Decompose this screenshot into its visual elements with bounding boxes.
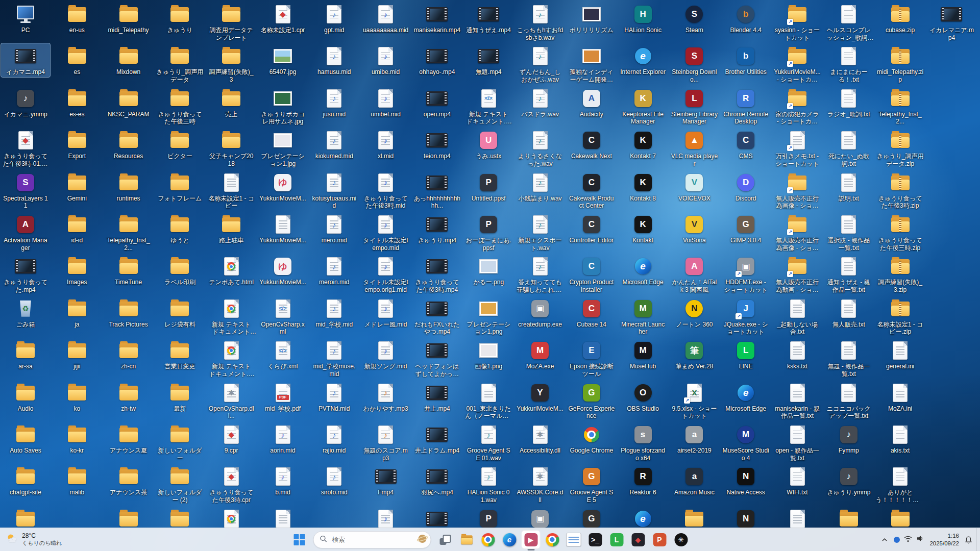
desktop-icon[interactable]: J↗JQuake.exe - ショートカット: [721, 296, 770, 337]
desktop-icon[interactable]: KKontakt 7: [619, 128, 668, 161]
desktop-icon[interactable]: 井上ドラム.mp4: [412, 422, 461, 456]
desktop-icon[interactable]: GGroove Agent SE 5: [567, 464, 616, 505]
desktop-icon[interactable]: ♪新規エクスポート.wav: [516, 212, 565, 253]
desktop-icon[interactable]: ♪mero.mid: [310, 212, 359, 245]
desktop-icon[interactable]: 父子キャンプ2018: [207, 128, 256, 168]
desktop-icon[interactable]: レジ袋有料: [155, 296, 204, 330]
desktop-icon[interactable]: Images: [53, 254, 102, 287]
desktop-icon[interactable]: ♪Groove Agent SE 01.wav: [464, 422, 513, 463]
desktop-icon[interactable]: ♪meroin.mid: [310, 254, 359, 287]
desktop-icon[interactable]: midi_Telepathy.zip: [876, 43, 925, 84]
desktop-icon[interactable]: ◆きゅうり食ってた午後3時-01.cpr: [1, 128, 50, 168]
desktop-icon[interactable]: ↗無人販売不正行為画像 - ショートカット: [773, 212, 822, 253]
desktop-icon[interactable]: CCakewalk Product Center: [567, 170, 616, 211]
system-tray[interactable]: [891, 531, 926, 549]
desktop-icon[interactable]: ヘルスコンプレッション_歌詞.txt: [824, 2, 873, 42]
desktop-icon[interactable]: teion.mp4: [412, 128, 461, 161]
taskbar-app-microsoft-edge[interactable]: e: [500, 530, 519, 549]
desktop-icon[interactable]: Audio: [1, 380, 50, 414]
taskbar-app-task-view[interactable]: [436, 530, 455, 549]
desktop-icon[interactable]: zh-tw: [104, 380, 153, 414]
desktop-icon[interactable]: KKontakt 8: [619, 170, 668, 204]
desktop-icon[interactable]: ♪Fymmp: [824, 422, 873, 456]
desktop-icon[interactable]: RChrome Remote Desktop: [721, 86, 770, 127]
desktop-icon[interactable]: ♪タイトル未設定tempo.mid: [361, 212, 410, 253]
desktop-icon[interactable]: ♪きゅうり.ymmp: [824, 464, 873, 497]
search-highlight-planet-icon[interactable]: [417, 533, 428, 546]
desktop-icon[interactable]: eInternet Explorer: [619, 43, 668, 77]
desktop-icon[interactable]: 通知うぜえ - 親作品一覧.txt: [824, 254, 873, 294]
desktop-icon[interactable]: sPlogue sforzando x64: [619, 422, 668, 463]
desktop-icon[interactable]: ♪umibe.mid: [361, 43, 410, 77]
desktop-icon[interactable]: YukkuriMovieM...: [258, 212, 307, 245]
desktop-icon[interactable]: ♪umibet.mid: [361, 86, 410, 119]
desktop-icon[interactable]: 孤独なインディーゲーム開発者の一生...: [567, 43, 616, 84]
desktop-icon[interactable]: Uうみ.ustx: [464, 128, 513, 161]
desktop-icon[interactable]: ♪jusu.mid: [310, 86, 359, 119]
desktop-icon[interactable]: </>OpenCvSharp.xml: [258, 296, 307, 337]
desktop-icon[interactable]: ♪バスドラ.wav: [516, 86, 565, 119]
taskbar-app-chrome-profile-2[interactable]: [543, 530, 562, 549]
desktop-icon[interactable]: イカマニ.mp4: [1, 43, 50, 77]
desktop-icon[interactable]: es: [53, 43, 102, 77]
desktop-icon[interactable]: general.ini: [876, 338, 925, 371]
desktop-icon[interactable]: CCrypton Product Installer: [567, 254, 616, 294]
desktop-icon[interactable]: あっhhhhhhhhhhhh...: [412, 170, 461, 211]
desktop-icon[interactable]: ↗YukkuriMovieM... - ショートカット: [773, 43, 822, 84]
desktop-icon[interactable]: Google Chrome: [567, 422, 616, 456]
desktop-icon[interactable]: きゅうり食ってた午後3時.mp4: [412, 254, 461, 294]
desktop-icon[interactable]: SSteinberg Downlo...: [670, 43, 719, 84]
desktop-icon[interactable]: ♪タイトル未設定tempo.orig1.mid: [361, 254, 410, 294]
desktop-icon[interactable]: MMinecraft Launcher: [619, 296, 668, 337]
desktop-icon[interactable]: CCMS: [721, 128, 770, 161]
desktop-icon[interactable]: zh-cn: [104, 338, 153, 371]
desktop-icon[interactable]: _起動しない場合.txt: [773, 296, 822, 337]
desktop-icon[interactable]: bBlender 4.4: [721, 2, 770, 35]
desktop-icon[interactable]: ♪kotusytuaaus.mid: [310, 170, 359, 211]
desktop-icon[interactable]: 無人販売.txt: [824, 296, 873, 330]
desktop-icon[interactable]: manisekarin - 親作品一覧.txt: [773, 380, 822, 421]
clock[interactable]: 1:16 2025/09/22: [927, 531, 961, 549]
taskbar-app-chatgpt[interactable]: ✳: [672, 530, 691, 549]
taskbar-app-line[interactable]: L: [607, 530, 626, 549]
desktop-icon[interactable]: 新しいフォルダー: [155, 422, 204, 463]
desktop-icon[interactable]: NKSC_PARAM: [104, 86, 153, 119]
desktop-icon[interactable]: ♪xl.mid: [361, 128, 410, 161]
desktop-icon[interactable]: きゅうり食ってた午後3時.zip: [876, 170, 925, 211]
desktop-icon[interactable]: PUntitled.ppsf: [464, 170, 513, 204]
desktop-icon[interactable]: ↗syasinn - ショートカット: [773, 2, 822, 42]
desktop-icon[interactable]: ar-sa: [1, 338, 50, 371]
desktop-icon[interactable]: きゅうり食ってた.mp4: [1, 254, 50, 294]
desktop-icon[interactable]: runtimes: [104, 170, 153, 204]
notification-bell[interactable]: [962, 531, 975, 549]
desktop-icon[interactable]: Aかんたん！AITalk 3 関西風: [670, 254, 719, 294]
desktop-icon[interactable]: NNative Access: [721, 464, 770, 497]
desktop-icon[interactable]: HHALion Sonic: [619, 2, 668, 35]
desktop-icon[interactable]: ♪答え知ってても罪騙しわこれ.wav: [516, 254, 565, 294]
desktop-icon[interactable]: YYukkuriMovieM...: [516, 380, 565, 414]
desktop-icon[interactable]: Telepathy_Inst_2...: [876, 86, 925, 127]
desktop-icon[interactable]: GGIMP 3.0.4: [721, 212, 770, 245]
desktop-icon[interactable]: ♪HALion Sonic 01.wav: [464, 464, 513, 505]
desktop-icon[interactable]: だれもFXいれたやつ.mp4: [412, 296, 461, 337]
desktop-icon[interactable]: ↗無人販売不正行為動画 - ショートカット: [773, 254, 822, 294]
desktop-icon[interactable]: ♪uaaaaaaaaa.mid: [361, 2, 410, 35]
desktop-icon[interactable]: KKontakt: [619, 212, 668, 245]
desktop-icon[interactable]: アナウンス茶: [104, 464, 153, 497]
desktop-icon[interactable]: X↗9.5.xlsx - ショートカット: [670, 380, 719, 421]
desktop-icon[interactable]: 筆筆まめ Ver.28: [670, 338, 719, 371]
desktop-icon[interactable]: ♪aorin.mid: [258, 422, 307, 456]
desktop-icon[interactable]: ♪gpt.mid: [310, 2, 359, 35]
desktop-icon[interactable]: cubase.zip: [876, 2, 925, 35]
show-desktop-button[interactable]: [976, 528, 979, 551]
desktop-icon[interactable]: MMoZA.exe: [516, 338, 565, 371]
desktop-icon[interactable]: 選択肢 - 親作品一覧.txt: [824, 212, 873, 253]
desktop-icon[interactable]: 調声練習(失敗)_3.zip: [876, 254, 925, 294]
desktop-icon[interactable]: </>くらび.xml: [258, 338, 307, 371]
desktop-icon[interactable]: ♻ごみ箱: [1, 296, 50, 330]
desktop-icon[interactable]: eMicrosoft Edge: [619, 254, 668, 287]
desktop-icon[interactable]: AAudacity: [567, 86, 616, 119]
taskbar-app-google-chrome[interactable]: [479, 530, 498, 549]
desktop-icon[interactable]: MoZA.ini: [876, 380, 925, 414]
desktop-icon[interactable]: 説明.txt: [824, 170, 873, 204]
